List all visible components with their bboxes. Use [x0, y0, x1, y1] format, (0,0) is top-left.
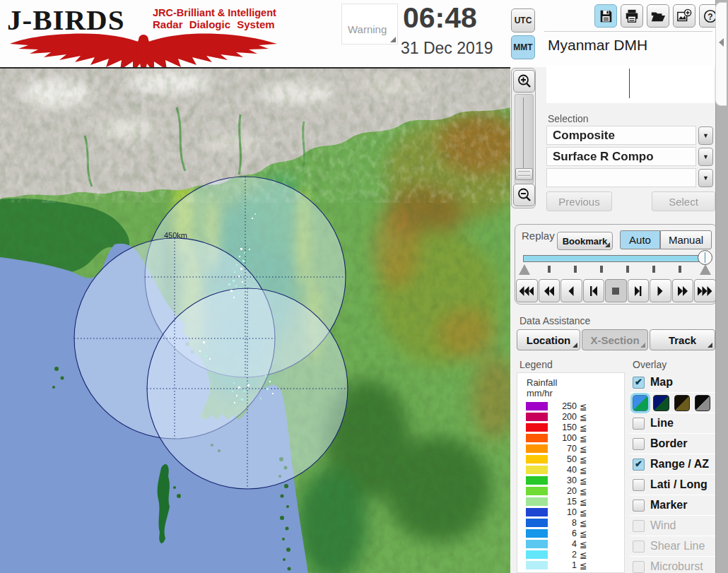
overlay-checkbox-map[interactable]: [633, 377, 645, 389]
save-button[interactable]: [594, 4, 617, 28]
open-folder-button[interactable]: [647, 4, 669, 28]
print-button[interactable]: [621, 4, 643, 28]
overlay-section-label: Overlay: [633, 359, 667, 370]
jbirds-app: J-BIRDS JRC-Brilliant & Intelligent Rada…: [0, 0, 728, 573]
legend-color-swatch: [526, 413, 548, 421]
overlay-label: Map: [650, 376, 673, 389]
replay-slider-thumb[interactable]: [698, 250, 712, 265]
selection-dropdown-2[interactable]: Surface R Compo: [546, 147, 696, 166]
forward-button[interactable]: [672, 279, 694, 302]
save-icon: [598, 8, 613, 24]
rewind-icon: [542, 286, 556, 296]
overlay-row-line: Line: [630, 413, 715, 434]
radar-echo: [230, 290, 233, 292]
panel-collapse-tab[interactable]: [715, 2, 727, 106]
radar-echo: [209, 358, 211, 360]
legend-lte-symbol: ≦: [580, 412, 587, 423]
legend-value: 2: [548, 550, 577, 560]
selection-dropdown-1[interactable]: Composite: [546, 126, 696, 145]
legend-value: 200: [548, 412, 577, 422]
zoom-in-button[interactable]: [513, 70, 535, 93]
slider-end-marker: [700, 264, 711, 275]
overlay-row-shear-line: Shear Line: [630, 536, 715, 557]
replay-slider-track[interactable]: [523, 255, 708, 262]
legend-row: 4≦: [517, 539, 624, 550]
rewind-button[interactable]: [539, 279, 560, 302]
radar-echo: [239, 256, 240, 257]
overlay-checkbox-line[interactable]: [633, 418, 645, 430]
replay-mode-manual-button[interactable]: Manual: [660, 230, 712, 249]
legend-title-1: Rainfall: [527, 377, 557, 388]
legend-value: 4: [548, 539, 577, 549]
legend-section-label: Legend: [519, 359, 553, 370]
play-reverse-icon: [564, 286, 578, 296]
legend-color-swatch: [526, 487, 548, 495]
magnifier-plus-icon: [517, 73, 532, 89]
legend-row: 50≦: [517, 454, 624, 465]
radar-range-ring: [147, 288, 348, 489]
zoom-out-button[interactable]: [513, 184, 535, 206]
radar-echo: [240, 248, 242, 250]
replay-mode-auto-button[interactable]: Auto: [620, 230, 660, 249]
legend-color-swatch: [526, 561, 548, 569]
step-forward-button[interactable]: [628, 279, 650, 302]
legend-panel: Rainfall mm/hr 250≦200≦150≦100≦70≦50≦40≦…: [517, 372, 625, 573]
forward-fast-button[interactable]: [694, 279, 716, 302]
selection-dropdown-3[interactable]: [546, 168, 696, 187]
slider-tick: [548, 266, 551, 273]
radar-echo: [272, 393, 274, 394]
legend-color-swatch: [526, 508, 548, 516]
zoom-slider-thumb[interactable]: [515, 168, 533, 180]
toolbar: ?: [594, 4, 722, 27]
forward-icon: [676, 286, 690, 296]
radar-echo: [265, 375, 266, 377]
legend-row: 100≦: [517, 433, 624, 444]
data-assistance-section-label: Data Assistance: [519, 315, 590, 326]
legend-color-swatch: [526, 434, 548, 442]
legend-value: 1: [548, 560, 577, 570]
legend-row: 10≦: [517, 507, 624, 518]
legend-value: 40: [548, 465, 577, 475]
collapse-arrow-icon: [719, 38, 724, 47]
legend-value: 100: [548, 433, 577, 443]
slider-tick: [679, 266, 681, 273]
overlay-checkbox-border[interactable]: [633, 438, 645, 450]
map-style-navy-darkgreen-swatch[interactable]: [653, 395, 669, 411]
play-button[interactable]: [650, 279, 671, 302]
bookmark-button[interactable]: Bookmark: [557, 232, 613, 250]
legend-color-swatch: [526, 455, 548, 463]
overlay-row-map: Map: [630, 372, 715, 393]
legend-value: 20: [548, 486, 577, 496]
legend-color-swatch: [526, 529, 548, 538]
rewind-fast-button[interactable]: [516, 279, 538, 302]
stop-button[interactable]: [605, 279, 627, 302]
dropdown-arrow-icon[interactable]: ▼: [698, 169, 713, 187]
overlay-checkbox-range-az[interactable]: [633, 459, 645, 471]
data-assistance-location-button[interactable]: Location: [517, 329, 580, 350]
dropdown-arrow-icon[interactable]: ▼: [698, 148, 713, 166]
overlay-checkbox-marker[interactable]: [633, 500, 645, 512]
radar-echo: [236, 395, 237, 396]
radar-echo: [238, 276, 240, 277]
data-assistance-track-button[interactable]: Track: [650, 329, 715, 350]
overlay-label: Lati / Long: [650, 478, 708, 491]
legend-color-swatch: [526, 466, 548, 474]
timezone-utc-button[interactable]: UTC: [511, 8, 535, 33]
legend-lte-symbol: ≦: [580, 454, 587, 465]
legend-color-swatch: [526, 540, 548, 548]
step-forward-icon: [631, 286, 645, 296]
map-viewport[interactable]: 450km: [0, 67, 510, 573]
map-style-blue-green-swatch[interactable]: [633, 395, 648, 411]
play-reverse-button[interactable]: [560, 279, 582, 302]
zoom-slider-track[interactable]: [515, 94, 534, 184]
add-image-button[interactable]: [673, 4, 695, 28]
overlay-row-border: Border: [630, 434, 715, 454]
overlay-checkbox-lati-long[interactable]: [633, 479, 645, 491]
step-backward-button[interactable]: [583, 279, 605, 302]
map-style-black-olive-swatch[interactable]: [674, 395, 690, 411]
overlay-label: Line: [650, 417, 674, 430]
dropdown-arrow-icon[interactable]: ▼: [698, 126, 713, 145]
map-style-black-gray-swatch[interactable]: [695, 395, 710, 411]
timezone-mmt-button[interactable]: MMT: [511, 35, 535, 59]
warning-button[interactable]: Warning: [341, 4, 398, 45]
